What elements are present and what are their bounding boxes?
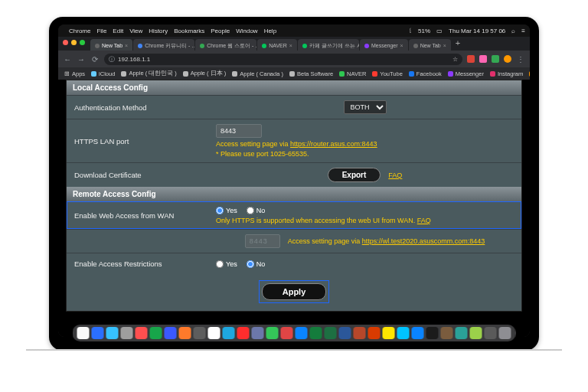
- search-icon[interactable]: ⌕: [511, 28, 515, 34]
- menu-help[interactable]: Help: [264, 28, 276, 34]
- wan-port-input[interactable]: [245, 234, 280, 248]
- dock-app-icon[interactable]: [383, 327, 395, 337]
- export-button[interactable]: Export: [328, 168, 381, 182]
- https-port-hint: Access setting page via https://router.a…: [216, 140, 514, 148]
- close-icon[interactable]: ×: [289, 43, 292, 48]
- bookmark-item[interactable]: Apple ( 日本 ): [183, 70, 226, 77]
- chrome-menu-icon[interactable]: ⋮: [516, 55, 525, 64]
- bookmark-item[interactable]: Instagram: [490, 70, 523, 77]
- dock-app-icon[interactable]: [368, 327, 381, 337]
- wifi-icon[interactable]: ⧙: [409, 28, 412, 34]
- dock-app-icon[interactable]: [339, 327, 351, 337]
- dock-app-icon[interactable]: [456, 327, 468, 337]
- menu-edit[interactable]: Edit: [113, 28, 123, 34]
- dock-app-icon[interactable]: [121, 327, 133, 337]
- tab-4[interactable]: 카페 글쓰기에 쓰는 사…×: [298, 39, 359, 51]
- menu-bookmarks[interactable]: Bookmarks: [174, 28, 204, 34]
- bookmark-item[interactable]: iCloud: [91, 70, 115, 77]
- apply-button[interactable]: Apply: [262, 283, 327, 300]
- dock-app-icon[interactable]: [237, 327, 250, 337]
- dock-app-icon[interactable]: [179, 327, 191, 337]
- dock-app-icon[interactable]: [77, 327, 90, 337]
- bookmark-item[interactable]: Beta Software: [289, 70, 333, 77]
- dock-app-icon[interactable]: [397, 327, 410, 337]
- menu-view[interactable]: View: [129, 28, 142, 34]
- dock-app-icon[interactable]: [92, 327, 104, 337]
- bookmark-item[interactable]: Apple ( 대한민국 ): [121, 70, 176, 77]
- dock-app-icon[interactable]: [325, 327, 337, 337]
- auth-method-select[interactable]: BOTH: [344, 100, 387, 114]
- menu-window[interactable]: Window: [236, 28, 257, 34]
- dock-app-icon[interactable]: [223, 327, 235, 337]
- dock-app-icon[interactable]: [412, 327, 424, 337]
- site-info-icon[interactable]: ⓘ: [109, 55, 115, 64]
- dock-app-icon[interactable]: [470, 327, 482, 337]
- apps-shortcut[interactable]: ⊞Apps: [64, 70, 85, 77]
- lan-url-link[interactable]: https://router.asus.com:8443: [290, 140, 377, 148]
- tab-5[interactable]: Messenger×: [360, 39, 408, 51]
- address-bar[interactable]: ⓘ 192.168.1.1 ☆: [104, 54, 462, 65]
- dock-app-icon[interactable]: [310, 327, 322, 337]
- dock-app-icon[interactable]: [194, 327, 206, 337]
- app-name[interactable]: Chrome: [69, 28, 90, 34]
- extension-icon[interactable]: [479, 55, 487, 63]
- tab-0[interactable]: New Tab×: [90, 39, 132, 51]
- dock-app-icon[interactable]: [354, 327, 366, 337]
- wan-no-option[interactable]: No: [247, 207, 266, 214]
- wan-yes-option[interactable]: Yes: [216, 207, 237, 214]
- wan-no-radio[interactable]: [247, 207, 254, 214]
- zoom-window-icon[interactable]: [80, 40, 85, 45]
- wan-faq-link[interactable]: FAQ: [417, 217, 431, 224]
- bookmark-item[interactable]: YouTube: [372, 70, 402, 77]
- bookmark-item[interactable]: Amazon: [529, 70, 530, 77]
- forward-button[interactable]: →: [77, 55, 86, 64]
- close-icon[interactable]: ×: [400, 43, 403, 48]
- dock-app-icon[interactable]: [150, 327, 162, 337]
- extension-icon[interactable]: [492, 55, 499, 63]
- dock-app-icon[interactable]: [252, 327, 264, 337]
- bookmark-item[interactable]: Messenger: [448, 70, 484, 77]
- dock-app-icon[interactable]: [281, 327, 293, 337]
- cert-faq-link[interactable]: FAQ: [388, 172, 402, 179]
- dock-app-icon[interactable]: [208, 327, 220, 337]
- bookmark-item[interactable]: Apple ( Canada ): [232, 70, 283, 77]
- reload-button[interactable]: ⟳: [90, 55, 100, 64]
- menu-people[interactable]: People: [211, 28, 230, 34]
- dock-app-icon[interactable]: [165, 327, 177, 337]
- minimize-window-icon[interactable]: [71, 40, 77, 45]
- wan-yes-radio[interactable]: [216, 207, 224, 214]
- restrict-yes-radio[interactable]: [216, 260, 224, 268]
- back-button[interactable]: ←: [63, 55, 72, 64]
- close-icon[interactable]: ×: [125, 43, 128, 48]
- close-window-icon[interactable]: [63, 40, 68, 45]
- menu-history[interactable]: History: [149, 28, 168, 34]
- dock-app-icon[interactable]: [499, 327, 511, 337]
- tab-3[interactable]: NAVER×: [257, 39, 297, 51]
- wan-url-link[interactable]: https://wl.test2020.asuscomm.com:8443: [362, 237, 485, 245]
- restrict-no-option[interactable]: No: [247, 260, 266, 268]
- dock-app-icon[interactable]: [441, 327, 453, 337]
- dock-app-icon[interactable]: [296, 327, 308, 337]
- dock-app-icon[interactable]: [266, 327, 279, 337]
- bookmark-favicon: [529, 71, 530, 77]
- tab-2[interactable]: Chrome 웹 스토어 - …×: [195, 39, 256, 51]
- tab-1[interactable]: Chrome 커뮤니티 - …×: [133, 39, 194, 51]
- control-center-icon[interactable]: ≡: [521, 28, 525, 34]
- dock-app-icon[interactable]: [106, 327, 119, 337]
- dock-app-icon[interactable]: [426, 327, 439, 337]
- menu-file[interactable]: File: [96, 28, 106, 34]
- bookmark-item[interactable]: NAVER: [339, 70, 366, 77]
- new-tab-button[interactable]: +: [452, 38, 464, 49]
- dock-app-icon[interactable]: [485, 327, 497, 337]
- https-port-input[interactable]: [216, 124, 262, 138]
- close-icon[interactable]: ×: [443, 43, 446, 48]
- profile-avatar[interactable]: [504, 55, 511, 63]
- window-controls[interactable]: [61, 40, 90, 48]
- restrict-yes-option[interactable]: Yes: [216, 260, 237, 268]
- bookmark-star-icon[interactable]: ☆: [452, 56, 458, 63]
- restrict-no-radio[interactable]: [247, 260, 254, 268]
- bookmark-item[interactable]: Facebook: [409, 70, 442, 77]
- tab-6[interactable]: New Tab×: [409, 39, 451, 51]
- dock-app-icon[interactable]: [136, 327, 148, 337]
- extension-icon[interactable]: [467, 55, 475, 63]
